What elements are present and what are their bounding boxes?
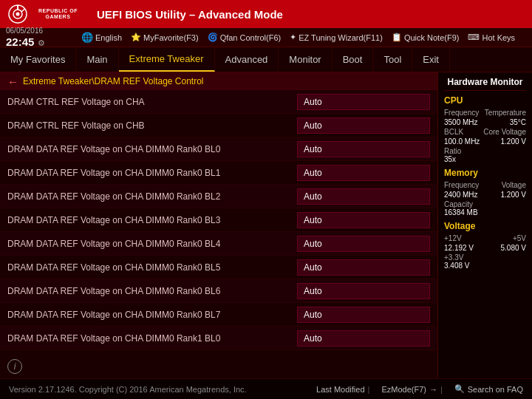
setting-row[interactable]: DRAM CTRL REF Voltage on CHAAuto [0, 90, 437, 114]
myfavorite-label: MyFavorite(F3) [143, 33, 199, 42]
setting-label: DRAM DATA REF Voltage on CHA DIMM0 Rank0… [7, 215, 297, 225]
nav-bar: My Favorites Main Extreme Tweaker Advanc… [0, 47, 532, 72]
pipe-separator: | [368, 385, 370, 394]
nav-exit[interactable]: Exit [412, 47, 450, 72]
setting-row[interactable]: DRAM DATA REF Voltage on CHA DIMM0 Rank0… [0, 232, 437, 256]
arrow-icon: → [429, 385, 437, 394]
setting-label: DRAM DATA REF Voltage on CHA DIMM0 Rank1… [7, 333, 297, 344]
memory-capacity-value: 16384 MB [444, 208, 526, 216]
setting-value[interactable]: Auto [297, 141, 430, 157]
voltage-33v-value: 3.408 V [444, 262, 526, 270]
info-area: i [0, 353, 437, 378]
star-icon: ⭐ [131, 33, 141, 42]
logo-area: REPUBLIC OF GAMERS [38, 8, 78, 21]
setting-value[interactable]: Auto [297, 259, 430, 276]
datetime-area: 06/05/2016 22:45 ⚙ [6, 27, 72, 48]
setting-value[interactable]: Auto [297, 165, 430, 181]
nav-tool[interactable]: Tool [373, 47, 412, 72]
cpu-temperature-value: 35°C [510, 118, 526, 126]
nav-extreme-tweaker[interactable]: Extreme Tweaker [119, 47, 215, 72]
cpu-frequency-value-row: 3500 MHz 35°C [444, 118, 526, 126]
settings-list: DRAM CTRL REF Voltage on CHAAutoDRAM CTR… [0, 90, 437, 353]
nav-monitor[interactable]: Monitor [279, 47, 332, 72]
eztuning-button[interactable]: ✦ EZ Tuning Wizard(F11) [290, 33, 383, 42]
language-selector[interactable]: 🌐 English [81, 32, 122, 43]
setting-value[interactable]: Auto [297, 236, 430, 252]
memory-freq-value-row: 2400 MHz 1.200 V [444, 191, 526, 199]
setting-value[interactable]: Auto [297, 117, 430, 134]
fan-icon: 🌀 [208, 33, 218, 42]
top-bar: REPUBLIC OF GAMERS UEFI BIOS Utility – A… [0, 0, 532, 28]
note-icon: 📋 [392, 33, 402, 42]
svg-line-3 [21, 9, 25, 12]
setting-row[interactable]: DRAM CTRL REF Voltage on CHBAuto [0, 114, 437, 137]
svg-point-4 [16, 13, 20, 16]
cpu-section-title: CPU [444, 95, 526, 106]
voltage-section-title: Voltage [444, 221, 526, 231]
hotkeys-label: Hot Keys [482, 33, 515, 42]
cpu-bclk-row: BCLK Core Voltage [444, 128, 526, 136]
bios-title: UEFI BIOS Utility – Advanced Mode [97, 8, 525, 21]
time-text: 22:45 [6, 35, 34, 48]
setting-value[interactable]: Auto [297, 307, 430, 323]
setting-row[interactable]: DRAM DATA REF Voltage on CHA DIMM0 Rank0… [0, 256, 437, 279]
quicknote-label: Quick Note(F9) [404, 33, 460, 42]
back-arrow-icon[interactable]: ← [7, 75, 18, 88]
nav-my-favorites[interactable]: My Favorites [0, 47, 76, 72]
setting-row[interactable]: DRAM DATA REF Voltage on CHA DIMM0 Rank0… [0, 303, 437, 327]
setting-row[interactable]: DRAM DATA REF Voltage on CHA DIMM0 Rank0… [0, 279, 437, 303]
search-icon: 🔍 [454, 384, 465, 394]
myfavorite-button[interactable]: ⭐ MyFavorite(F3) [131, 33, 199, 42]
setting-label: DRAM DATA REF Voltage on CHA DIMM0 Rank0… [7, 286, 297, 296]
cpu-bclk-label: BCLK [444, 128, 463, 136]
nav-boot[interactable]: Boot [332, 47, 374, 72]
setting-value[interactable]: Auto [297, 94, 430, 110]
setting-row[interactable]: DRAM DATA REF Voltage on CHA DIMM0 Rank0… [0, 161, 437, 185]
cpu-frequency-row: Frequency Temperature [444, 109, 526, 117]
qfan-button[interactable]: 🌀 Qfan Control(F6) [208, 33, 282, 42]
voltage-5v-value: 5.080 V [501, 244, 526, 252]
setting-value[interactable]: Auto [297, 188, 430, 205]
setting-row[interactable]: DRAM DATA REF Voltage on CHA DIMM0 Rank0… [0, 185, 437, 208]
nav-advanced[interactable]: Advanced [215, 47, 279, 72]
info-icon: i [7, 359, 22, 374]
setting-value[interactable]: Auto [297, 212, 430, 228]
footer: Version 2.17.1246. Copyright (C) 2016 Am… [0, 378, 532, 399]
hw-monitor-title: Hardware Monitor [444, 77, 526, 91]
memory-voltage-value: 1.200 V [501, 191, 526, 199]
footer-actions: Last Modified | EzMode(F7) → | 🔍 Search … [316, 384, 523, 394]
memory-freq-row: Frequency Voltage [444, 181, 526, 189]
voltage-12v-value-row: 12.192 V 5.080 V [444, 244, 526, 252]
quicknote-button[interactable]: 📋 Quick Note(F9) [392, 33, 460, 42]
setting-label: DRAM DATA REF Voltage on CHA DIMM0 Rank0… [7, 310, 297, 320]
logo-line2: GAMERS [46, 14, 71, 20]
setting-row[interactable]: DRAM DATA REF Voltage on CHA DIMM0 Rank0… [0, 208, 437, 232]
pipe-separator2: | [440, 385, 443, 394]
hotkeys-button[interactable]: ⌨ Hot Keys [468, 33, 515, 42]
ez-mode-label: EzMode(F7) [381, 385, 426, 394]
last-modified-button[interactable]: Last Modified | [316, 384, 369, 394]
cpu-bclk-value-row: 100.0 MHz 1.200 V [444, 137, 526, 146]
voltage-12v-value: 12.192 V [444, 244, 474, 252]
memory-voltage-label: Voltage [502, 181, 526, 189]
search-faq-button[interactable]: 🔍 Search on FAQ [454, 384, 523, 394]
main-layout: ← Extreme Tweaker\DRAM REF Voltage Contr… [0, 72, 532, 378]
setting-row[interactable]: DRAM DATA REF Voltage on CHA DIMM0 Rank1… [0, 327, 437, 350]
search-faq-label: Search on FAQ [468, 385, 523, 394]
setting-value[interactable]: Auto [297, 283, 430, 299]
setting-value[interactable]: Auto [297, 330, 430, 347]
setting-label: DRAM CTRL REF Voltage on CHA [7, 97, 297, 107]
setting-label: DRAM DATA REF Voltage on CHA DIMM0 Rank0… [7, 168, 297, 178]
toolbar: 06/05/2016 22:45 ⚙ 🌐 English ⭐ MyFavorit… [0, 28, 532, 47]
nav-main[interactable]: Main [76, 47, 118, 72]
setting-row[interactable]: DRAM DATA REF Voltage on CHA DIMM0 Rank0… [0, 137, 437, 161]
ez-mode-button[interactable]: EzMode(F7) → | [381, 384, 442, 394]
memory-frequency-label: Frequency [444, 181, 479, 189]
footer-copyright: Version 2.17.1246. Copyright (C) 2016 Am… [9, 385, 247, 394]
setting-label: DRAM DATA REF Voltage on CHA DIMM0 Rank0… [7, 144, 297, 154]
rog-logo [7, 4, 28, 24]
setting-label: DRAM DATA REF Voltage on CHA DIMM0 Rank0… [7, 239, 297, 249]
left-content: ← Extreme Tweaker\DRAM REF Voltage Contr… [0, 72, 437, 378]
wand-icon: ✦ [290, 33, 296, 42]
gear-icon[interactable]: ⚙ [38, 38, 45, 47]
